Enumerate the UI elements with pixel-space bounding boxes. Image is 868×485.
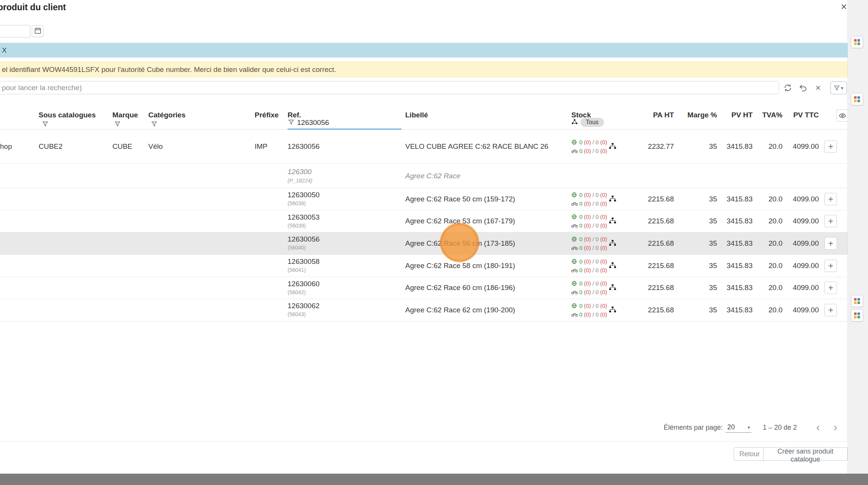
page-size-select[interactable]: 20 ▾ bbox=[726, 422, 751, 433]
ref-code: (56038) bbox=[288, 200, 306, 206]
stock-qty2: 0 bbox=[596, 301, 599, 310]
header-prefixe: Préfixe bbox=[255, 111, 278, 119]
pv-ttc-cell: 4099.00 bbox=[776, 239, 819, 248]
stock-reserved2: (0) bbox=[600, 257, 607, 266]
sitemap-icon[interactable] bbox=[609, 240, 616, 247]
stock-qty: 0 bbox=[579, 221, 582, 230]
browser-side-strip bbox=[848, 0, 868, 474]
ref-code: (56039) bbox=[288, 223, 306, 229]
sitemap-icon[interactable] bbox=[609, 218, 616, 225]
ref-cell: 12630056 bbox=[288, 142, 320, 151]
libelle-cell: Agree C:62 Race 56 cm (173-185) bbox=[405, 239, 515, 248]
stock-qty2: 0 bbox=[596, 199, 599, 208]
globe-icon bbox=[571, 281, 578, 286]
globe-icon bbox=[571, 214, 578, 220]
stock-line-bike: 0 (0) / 0 (0) bbox=[571, 243, 607, 252]
stock-separator: / bbox=[593, 190, 594, 199]
add-button[interactable]: + bbox=[824, 282, 837, 294]
stock-qty2: 0 bbox=[596, 310, 599, 319]
filter-funnel-icon-ref[interactable] bbox=[288, 119, 294, 127]
add-button[interactable]: + bbox=[824, 237, 837, 250]
pv-ttc-cell: 4099.00 bbox=[776, 142, 819, 151]
variant-rows: 12630050 (56038) Agree C:62 Race 50 cm (… bbox=[0, 188, 848, 321]
table-row-main[interactable]: hop CUBE2 CUBE Vélo IMP 12630056 VELO CU… bbox=[0, 129, 848, 164]
close-icon[interactable]: × bbox=[841, 1, 847, 13]
stock-separator: / bbox=[593, 301, 594, 310]
warning-banner-text: el identifiant WOW44591LSFX pour l'autor… bbox=[2, 65, 336, 74]
add-button[interactable]: + bbox=[824, 304, 837, 317]
pv-ttc-cell: 4099.00 bbox=[776, 195, 819, 203]
stock-separator: / bbox=[593, 138, 594, 147]
table-row[interactable]: 12630062 (56043) Agree C:62 Race 62 cm (… bbox=[0, 299, 848, 321]
stock-separator: / bbox=[593, 147, 594, 155]
extension-icon bbox=[854, 298, 860, 304]
date-input[interactable] bbox=[0, 25, 30, 37]
stock-qty: 0 bbox=[579, 266, 582, 274]
add-button[interactable]: + bbox=[824, 259, 837, 272]
table-row[interactable]: 12630050 (56038) Agree C:62 Race 50 cm (… bbox=[0, 188, 848, 211]
sitemap-icon[interactable] bbox=[609, 195, 616, 203]
table-row[interactable]: 12630053 (56039) Agree C:62 Race 53 cm (… bbox=[0, 211, 848, 233]
add-button[interactable]: + bbox=[824, 193, 837, 205]
pa-ht-cell: 2215.68 bbox=[621, 239, 674, 248]
filter-funnel-icon-sous-catalogues[interactable] bbox=[42, 120, 48, 129]
table-row[interactable]: 12630058 (56041) Agree C:62 Race 58 cm (… bbox=[0, 255, 848, 277]
filter-funnel-icon-marque[interactable] bbox=[115, 120, 120, 129]
add-button[interactable]: + bbox=[824, 140, 837, 153]
stock-filter-toggle[interactable]: Tous bbox=[571, 118, 604, 127]
client-product-dialog: produit du client × X el identifiant WOW… bbox=[0, 0, 848, 474]
browser-extension-button[interactable] bbox=[851, 309, 863, 321]
stock-qty2: 0 bbox=[596, 147, 599, 155]
stock-line-global: 0 (0) / 0 (0) bbox=[571, 257, 607, 266]
stock-separator: / bbox=[593, 243, 594, 252]
stock-line-global: 0 (0) / 0 (0) bbox=[571, 279, 607, 288]
stock-cell: 0 (0) / 0 (0) 0 (0) / 0 (0) bbox=[571, 257, 607, 274]
sitemap-icon[interactable] bbox=[609, 284, 616, 292]
table-row[interactable]: 12630060 (56042) Agree C:62 Race 60 cm (… bbox=[0, 277, 848, 299]
browser-extension-button[interactable] bbox=[851, 36, 863, 48]
header-sous-catalogues: Sous catalogues bbox=[39, 111, 96, 119]
back-button[interactable]: Retour bbox=[734, 447, 765, 461]
filter-funnel-icon-categories[interactable] bbox=[151, 120, 157, 129]
ref-cell: 12630060 bbox=[288, 280, 320, 288]
group-ref: 126300 bbox=[288, 168, 311, 176]
clear-search-icon[interactable]: × bbox=[812, 82, 824, 94]
sitemap-icon[interactable] bbox=[609, 262, 616, 269]
search-input[interactable] bbox=[0, 81, 779, 94]
sitemap-icon[interactable] bbox=[609, 307, 616, 314]
bike-icon bbox=[571, 148, 578, 153]
ref-cell: 12630056 bbox=[288, 235, 320, 243]
create-without-catalogue-button[interactable]: Créer sans produit catalogue bbox=[763, 447, 848, 461]
group-libelle: Agree C:62 Race bbox=[405, 172, 460, 180]
previous-page-button[interactable]: ‹ bbox=[811, 420, 825, 434]
sitemap-icon[interactable] bbox=[609, 143, 616, 150]
pa-ht-cell: 2215.68 bbox=[621, 306, 674, 314]
filter-dropdown-button[interactable]: ▾ bbox=[831, 81, 847, 94]
table-row[interactable]: 12630056 (56040) Agree C:62 Race 56 cm (… bbox=[0, 232, 848, 255]
ref-cell: 12630050 bbox=[288, 191, 320, 199]
next-page-button[interactable]: › bbox=[829, 420, 842, 434]
info-banner: X bbox=[0, 43, 848, 58]
libelle-cell: Agree C:62 Race 58 cm (180-191) bbox=[405, 262, 515, 270]
stock-reserved: (0) bbox=[584, 212, 591, 221]
globe-icon bbox=[571, 139, 578, 145]
refresh-button[interactable] bbox=[782, 82, 794, 94]
undo-button[interactable] bbox=[797, 82, 809, 94]
column-visibility-button[interactable] bbox=[836, 109, 848, 122]
browser-extension-button[interactable] bbox=[851, 93, 863, 105]
pv-ht-cell: 3415.83 bbox=[704, 306, 753, 314]
pv-ttc-cell: 4099.00 bbox=[776, 262, 819, 270]
stock-qty2: 0 bbox=[596, 279, 599, 288]
add-button[interactable]: + bbox=[824, 215, 837, 228]
globe-icon bbox=[571, 259, 578, 264]
calendar-button[interactable] bbox=[32, 25, 44, 37]
stock-reserved2: (0) bbox=[600, 138, 607, 147]
ref-filter-input[interactable] bbox=[297, 119, 388, 127]
browser-extension-button[interactable] bbox=[851, 295, 863, 307]
stock-reserved: (0) bbox=[584, 288, 591, 296]
stock-qty2: 0 bbox=[596, 235, 599, 243]
stock-reserved: (0) bbox=[584, 266, 591, 274]
stock-cell: 0 (0) / 0 (0) 0 (0) / 0 (0) bbox=[571, 279, 607, 296]
stock-reserved: (0) bbox=[584, 235, 591, 243]
stock-reserved: (0) bbox=[584, 190, 591, 199]
